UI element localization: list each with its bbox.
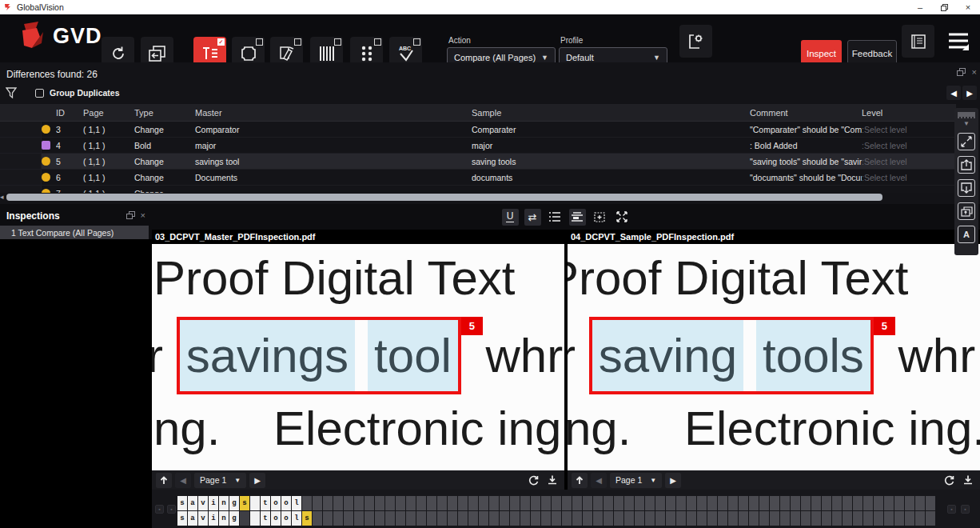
column-header[interactable]: Type <box>134 108 195 118</box>
char-cell[interactable] <box>427 511 436 526</box>
char-cell[interactable] <box>915 496 925 510</box>
cell-level[interactable]: :Select level <box>862 141 956 150</box>
strip-caret-icon[interactable]: ▼ <box>963 120 970 127</box>
char-cell[interactable] <box>302 496 312 510</box>
char-cell[interactable] <box>365 511 374 526</box>
char-cell[interactable] <box>770 511 779 526</box>
page-select[interactable]: Page 1 ▼ <box>194 473 246 488</box>
char-cell[interactable] <box>344 496 353 510</box>
char-cell[interactable] <box>354 511 364 526</box>
underline-toggle-button[interactable]: U <box>502 209 519 226</box>
char-cell[interactable] <box>676 511 686 526</box>
char-cell[interactable] <box>884 511 894 526</box>
char-cell[interactable] <box>427 496 436 510</box>
char-cell[interactable] <box>728 496 738 510</box>
column-header[interactable]: Comment <box>750 108 862 118</box>
horizontal-scrollbar[interactable] <box>6 194 882 201</box>
close-panel-icon[interactable]: × <box>972 68 977 76</box>
char-cell[interactable] <box>520 496 530 510</box>
char-cell[interactable] <box>583 511 592 526</box>
sample-pdf-content[interactable]: Proof Digital Text r saving tools 5 whr … <box>568 244 980 470</box>
char-cell[interactable] <box>500 496 509 510</box>
strip-zoom-in-button[interactable]: ▪ <box>167 505 176 514</box>
group-duplicates-checkbox[interactable] <box>35 89 44 98</box>
char-cell[interactable] <box>697 511 707 526</box>
column-header[interactable]: ID <box>56 108 83 118</box>
braille-compare-checkbox[interactable] <box>374 38 381 46</box>
char-cell[interactable]: n <box>219 496 229 510</box>
next-difference-button[interactable]: ▶ <box>962 86 977 100</box>
char-cell[interactable] <box>687 511 696 526</box>
char-cell[interactable] <box>541 511 551 526</box>
char-cell[interactable] <box>926 511 935 526</box>
table-row[interactable]: 7( 1,1 )Change <box>0 186 956 193</box>
char-cell[interactable] <box>874 511 883 526</box>
char-cell[interactable] <box>593 511 603 526</box>
char-cell[interactable]: l <box>292 496 301 510</box>
swap-viewers-button[interactable]: ⇄ <box>524 209 541 226</box>
char-cell[interactable] <box>894 511 904 526</box>
char-cell[interactable] <box>728 511 738 526</box>
char-cell[interactable] <box>832 496 842 510</box>
char-cell[interactable] <box>250 496 260 510</box>
char-cell[interactable] <box>333 511 343 526</box>
char-cell[interactable] <box>801 496 811 510</box>
next-page-button[interactable]: ▶ <box>665 473 681 488</box>
char-cell[interactable] <box>416 496 426 510</box>
table-row[interactable]: 6( 1,1 )ChangeDocumentsdocumants"documan… <box>0 170 956 186</box>
char-cell[interactable]: g <box>229 511 239 526</box>
diff-highlight-box[interactable]: saving tools 5 <box>589 317 874 394</box>
char-cell[interactable] <box>718 511 727 526</box>
cell-level[interactable]: :Select level <box>862 157 956 166</box>
char-cell[interactable] <box>583 496 592 510</box>
column-header[interactable]: Master <box>195 108 472 118</box>
char-cell[interactable] <box>853 511 862 526</box>
char-cell[interactable]: s <box>177 496 187 510</box>
next-page-button[interactable]: ▶ <box>249 473 265 488</box>
char-cell[interactable] <box>655 496 665 510</box>
char-cell[interactable] <box>406 511 416 526</box>
char-cell[interactable] <box>479 511 488 526</box>
char-cell[interactable] <box>822 511 831 526</box>
char-cell[interactable] <box>313 511 322 526</box>
rotate-button[interactable] <box>525 473 541 488</box>
barcode-compare-checkbox[interactable] <box>334 38 341 46</box>
char-cell[interactable] <box>572 496 582 510</box>
char-cell[interactable]: a <box>188 511 197 526</box>
char-cell[interactable] <box>458 511 468 526</box>
char-cell[interactable] <box>863 496 873 510</box>
char-cell[interactable] <box>552 496 561 510</box>
scroll-left-icon[interactable]: ◂ <box>0 193 4 201</box>
char-cell[interactable] <box>624 511 634 526</box>
char-cell[interactable] <box>500 511 509 526</box>
char-cell[interactable] <box>884 496 894 510</box>
char-cell[interactable] <box>843 511 852 526</box>
char-cell[interactable]: t <box>261 496 270 510</box>
char-cell[interactable] <box>593 496 603 510</box>
fit-screen-button[interactable] <box>958 133 975 150</box>
char-cell[interactable] <box>697 496 707 510</box>
char-cell[interactable] <box>801 511 811 526</box>
char-cell[interactable]: s <box>302 511 312 526</box>
char-cell[interactable]: v <box>198 496 208 510</box>
char-cell[interactable] <box>562 511 572 526</box>
char-cell[interactable] <box>624 496 634 510</box>
master-pdf-content[interactable]: Proof Digital Text r savings tool 5 whr … <box>152 244 564 470</box>
char-cell[interactable] <box>313 496 322 510</box>
char-cell[interactable] <box>552 511 561 526</box>
char-cell[interactable] <box>468 496 478 510</box>
char-cell[interactable] <box>489 511 499 526</box>
char-cell[interactable] <box>541 496 551 510</box>
list-view-button[interactable] <box>547 209 564 226</box>
char-cell[interactable] <box>365 496 374 510</box>
char-cell[interactable] <box>707 496 717 510</box>
char-cell[interactable] <box>510 496 520 510</box>
char-cell[interactable] <box>832 511 842 526</box>
char-cell[interactable] <box>718 496 727 510</box>
strip-zoom-out-button[interactable]: ▪ <box>155 505 164 514</box>
char-cell[interactable] <box>323 496 333 510</box>
char-cell[interactable] <box>645 496 655 510</box>
char-cell[interactable] <box>448 511 457 526</box>
char-cell[interactable] <box>759 511 769 526</box>
page-select[interactable]: Page 1 ▼ <box>610 473 662 488</box>
